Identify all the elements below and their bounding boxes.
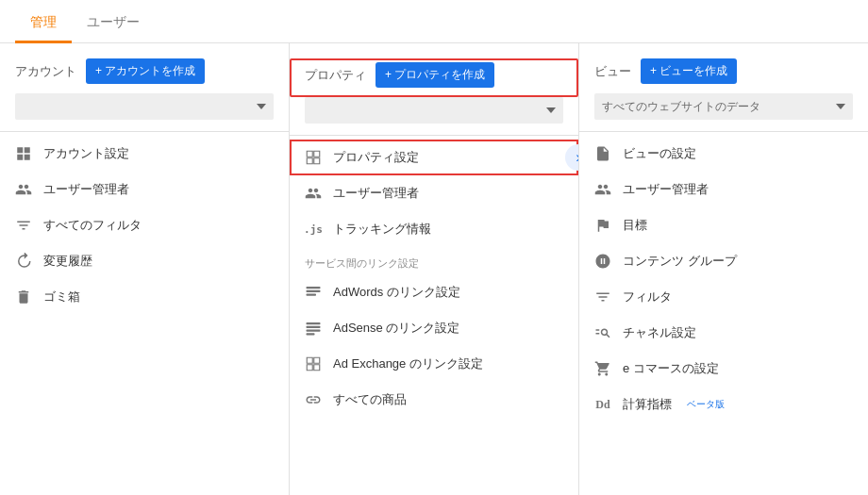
view-select[interactable]: すべてのウェブサイトのデータ <box>594 93 853 120</box>
all-products-item[interactable]: すべての商品 <box>290 382 578 418</box>
svg-rect-10 <box>307 333 315 335</box>
adsense-label: AdSense のリンク設定 <box>333 320 459 337</box>
flag-icon <box>594 217 611 234</box>
svg-rect-1 <box>25 149 28 152</box>
svg-rect-9 <box>307 330 321 332</box>
view-settings-label: ビューの設定 <box>623 145 696 162</box>
property-title: プロパティ <box>305 67 366 84</box>
account-select-wrap <box>15 93 274 120</box>
all-filters-item[interactable]: すべてのフィルタ <box>0 207 289 243</box>
dd-icon: Dd <box>594 396 611 413</box>
svg-rect-4 <box>307 287 321 289</box>
filter-icon-2 <box>594 289 611 305</box>
channel-settings-item[interactable]: チャネル設定 <box>579 315 868 351</box>
tracking-info-label: トラッキング情報 <box>333 221 431 238</box>
all-filters-label: すべてのフィルタ <box>43 217 142 234</box>
property-header: プロパティ + プロパティを作成 <box>290 58 578 97</box>
create-view-button[interactable]: + ビューを作成 <box>641 58 737 84</box>
view-user-admin-item[interactable]: ユーザー管理者 <box>579 172 868 207</box>
tracking-info-item[interactable]: .js トラッキング情報 <box>290 211 578 247</box>
ecommerce-item[interactable]: e コマースの設定 <box>579 351 868 387</box>
property-settings-label: プロパティ設定 <box>333 149 419 166</box>
js-icon: .js <box>305 221 322 238</box>
property-select-wrap <box>305 97 563 124</box>
account-settings-label: アカウント設定 <box>43 145 129 162</box>
cart-icon <box>594 360 611 377</box>
svg-rect-2 <box>19 156 22 158</box>
trash-label: ゴミ箱 <box>43 289 80 305</box>
goals-item[interactable]: 目標 <box>579 207 868 243</box>
chain-icon <box>305 391 322 408</box>
goals-label: 目標 <box>623 217 647 234</box>
svg-rect-6 <box>307 294 317 296</box>
all-products-label: すべての商品 <box>333 391 407 408</box>
tab-user[interactable]: ユーザー <box>72 3 155 43</box>
account-user-admin-item[interactable]: ユーザー管理者 <box>0 172 289 207</box>
people-icon <box>15 181 32 198</box>
content-group-item[interactable]: コンテンツ グループ <box>579 243 868 279</box>
trash-icon <box>15 289 32 305</box>
account-settings-item[interactable]: アカウント設定 <box>0 136 289 172</box>
adwords-item[interactable]: AdWords のリンク設定 <box>290 274 578 310</box>
view-select-wrap: すべてのウェブサイトのデータ <box>594 93 853 120</box>
content-icon <box>594 253 611 270</box>
view-header: ビュー + ビューを作成 <box>579 58 868 93</box>
property-settings-item[interactable]: プロパティ設定 › <box>290 140 578 175</box>
channel-icon <box>594 324 611 341</box>
grid-icon <box>305 149 322 166</box>
account-user-admin-label: ユーザー管理者 <box>43 181 129 198</box>
account-title: アカウント <box>15 63 76 80</box>
view-settings-item[interactable]: ビューの設定 <box>579 136 868 172</box>
beta-badge: ベータ版 <box>687 398 725 411</box>
metrics-label: 計算指標 <box>623 396 672 413</box>
people-icon-2 <box>305 185 322 202</box>
history-icon <box>15 253 32 270</box>
view-title: ビュー <box>594 63 631 80</box>
adwords-label: AdWords のリンク設定 <box>333 284 460 301</box>
main-content: アカウント + アカウントを作成 アカウント設定 ユーザー管理者 <box>0 43 868 495</box>
svg-rect-7 <box>307 322 321 324</box>
svg-rect-8 <box>307 326 321 328</box>
people-icon-3 <box>594 181 611 198</box>
content-group-label: コンテンツ グループ <box>623 253 737 270</box>
channel-settings-label: チャネル設定 <box>623 324 696 341</box>
property-select[interactable] <box>305 97 563 124</box>
ecommerce-label: e コマースの設定 <box>623 360 719 377</box>
account-column: アカウント + アカウントを作成 アカウント設定 ユーザー管理者 <box>0 43 290 495</box>
svg-rect-3 <box>25 156 28 158</box>
adsense-icon <box>305 320 322 337</box>
filters-item[interactable]: フィルタ <box>579 279 868 315</box>
filter-icon <box>15 217 32 234</box>
adsense-item[interactable]: AdSense のリンク設定 <box>290 310 578 346</box>
tab-kanri[interactable]: 管理 <box>15 3 72 43</box>
account-header: アカウント + アカウントを作成 <box>0 58 289 93</box>
svg-rect-0 <box>19 149 22 152</box>
property-user-admin-label: ユーザー管理者 <box>333 185 419 202</box>
building-icon <box>15 145 32 162</box>
create-account-button[interactable]: + アカウントを作成 <box>86 58 205 84</box>
trash-item[interactable]: ゴミ箱 <box>0 279 289 315</box>
metrics-item[interactable]: Dd 計算指標 ベータ版 <box>579 387 868 422</box>
svg-rect-5 <box>307 290 321 292</box>
filters-label: フィルタ <box>623 289 672 305</box>
view-user-admin-label: ユーザー管理者 <box>623 181 709 198</box>
adexchange-item[interactable]: Ad Exchange のリンク設定 <box>290 346 578 382</box>
adexchange-icon <box>305 355 322 372</box>
property-column: プロパティ + プロパティを作成 プロパティ設定 › ユーザー管理者 .js <box>290 43 579 495</box>
view-column: ビュー + ビューを作成 すべてのウェブサイトのデータ ビューの設定 ユーザー管… <box>579 43 868 495</box>
top-nav: 管理 ユーザー <box>0 0 868 43</box>
service-link-section: サービス間のリンク設定 <box>290 247 578 274</box>
create-property-button[interactable]: + プロパティを作成 <box>376 62 494 88</box>
change-history-item[interactable]: 変更履歴 <box>0 243 289 279</box>
property-user-admin-item[interactable]: ユーザー管理者 <box>290 175 578 211</box>
account-select[interactable] <box>15 93 274 120</box>
property-settings-arrow: › <box>565 144 579 171</box>
adexchange-label: Ad Exchange のリンク設定 <box>333 355 483 372</box>
view-doc-icon <box>594 145 611 162</box>
adwords-icon <box>305 284 322 301</box>
change-history-label: 変更履歴 <box>43 253 92 270</box>
